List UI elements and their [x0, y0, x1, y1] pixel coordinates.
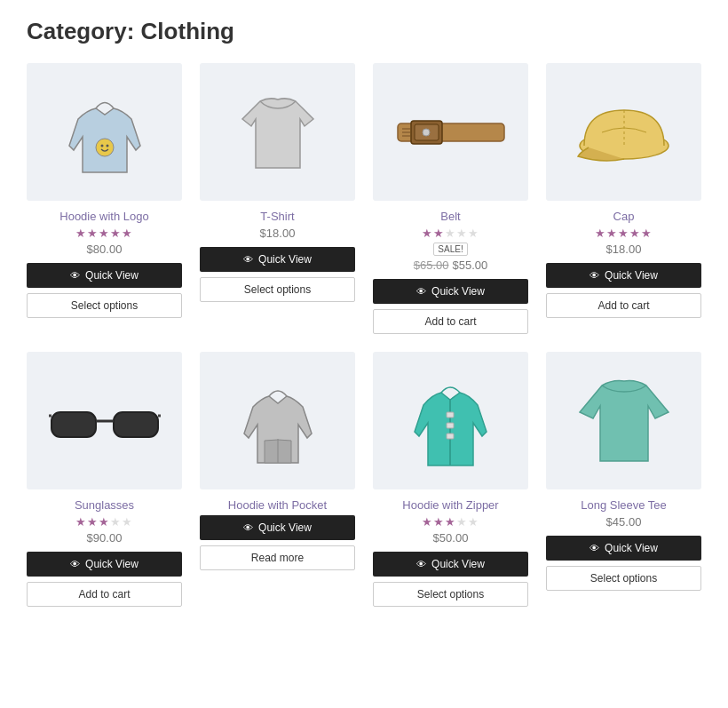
eye-icon [416, 558, 426, 570]
quick-view-button-hoodie-zipper[interactable]: Quick View [373, 552, 528, 577]
svg-point-2 [106, 144, 108, 147]
product-card-tshirt: T-Shirt$18.00Quick ViewSelect options [200, 63, 355, 334]
product-name-hoodie-pocket[interactable]: Hoodie with Pocket [228, 498, 327, 512]
product-name-tshirt[interactable]: T-Shirt [260, 210, 294, 223]
svg-rect-12 [51, 412, 96, 437]
quick-view-button-cap[interactable]: Quick View [546, 263, 701, 288]
product-card-sunglasses: Sunglasses★★★★★$90.00Quick ViewAdd to ca… [27, 352, 182, 607]
product-price-hoodie-zipper: $50.00 [433, 531, 469, 545]
eye-icon [243, 253, 253, 266]
cart-button-sunglasses[interactable]: Add to cart [27, 582, 182, 607]
quick-view-button-sunglasses[interactable]: Quick View [27, 552, 182, 577]
product-price-belt: $65.00$55.00 [414, 259, 488, 272]
product-card-long-sleeve-tee: Long Sleeve Tee$45.00Quick ViewSelect op… [546, 352, 701, 607]
product-name-belt[interactable]: Belt [440, 210, 460, 223]
eye-icon [70, 558, 80, 570]
product-image-tshirt [200, 63, 355, 201]
quick-view-button-hoodie-pocket[interactable]: Quick View [200, 515, 355, 540]
product-stars-cap: ★★★★★ [595, 227, 653, 240]
product-name-hoodie-zipper[interactable]: Hoodie with Zipper [402, 498, 498, 512]
quick-view-button-long-sleeve-tee[interactable]: Quick View [546, 536, 701, 561]
product-image-long-sleeve-tee [546, 352, 701, 489]
read-button-hoodie-pocket[interactable]: Read more [200, 545, 355, 570]
svg-point-0 [96, 139, 114, 156]
product-name-sunglasses[interactable]: Sunglasses [75, 498, 134, 512]
svg-rect-21 [447, 434, 454, 439]
product-grid: Hoodie with Logo★★★★★$80.00Quick ViewSel… [27, 63, 701, 607]
page-title: Category: Clothing [27, 18, 701, 45]
product-image-sunglasses [27, 352, 182, 489]
product-name-hoodie-logo[interactable]: Hoodie with Logo [59, 210, 148, 223]
product-name-cap[interactable]: Cap [613, 210, 635, 223]
svg-rect-20 [447, 423, 454, 428]
eye-icon [590, 542, 599, 554]
product-image-hoodie-zipper [373, 352, 528, 489]
product-stars-hoodie-logo: ★★★★★ [75, 227, 133, 240]
sale-badge-belt: SALE! [433, 243, 467, 256]
product-price-sunglasses: $90.00 [87, 531, 123, 545]
product-image-hoodie-logo [27, 63, 182, 201]
product-card-belt: Belt★★★★★SALE!$65.00$55.00Quick ViewAdd … [373, 63, 528, 334]
product-stars-hoodie-zipper: ★★★★★ [422, 515, 479, 529]
product-image-hoodie-pocket [200, 352, 355, 489]
cart-button-cap[interactable]: Add to cart [546, 293, 701, 318]
svg-point-6 [423, 129, 430, 136]
product-card-cap: Cap★★★★★$18.00Quick ViewAdd to cart [546, 63, 701, 334]
select-button-hoodie-logo[interactable]: Select options [27, 293, 182, 318]
select-button-tshirt[interactable]: Select options [200, 277, 355, 302]
svg-point-1 [100, 144, 103, 147]
svg-rect-13 [114, 412, 158, 437]
eye-icon [416, 285, 426, 298]
select-button-hoodie-zipper[interactable]: Select options [373, 582, 528, 607]
eye-icon [70, 269, 80, 282]
product-name-long-sleeve-tee[interactable]: Long Sleeve Tee [581, 498, 667, 512]
product-card-hoodie-pocket: Hoodie with PocketQuick ViewRead more [200, 352, 355, 607]
product-price-hoodie-logo: $80.00 [87, 243, 123, 256]
quick-view-button-belt[interactable]: Quick View [373, 279, 528, 304]
svg-rect-19 [447, 412, 454, 418]
product-stars-sunglasses: ★★★★★ [75, 515, 133, 529]
product-stars-belt: ★★★★★ [422, 227, 479, 240]
product-card-hoodie-zipper: Hoodie with Zipper★★★★★$50.00Quick ViewS… [373, 352, 528, 607]
product-image-cap [546, 63, 701, 201]
cart-button-belt[interactable]: Add to cart [373, 309, 528, 334]
eye-icon [243, 521, 253, 534]
quick-view-button-hoodie-logo[interactable]: Quick View [27, 263, 182, 288]
product-price-long-sleeve-tee: $45.00 [606, 515, 642, 529]
eye-icon [590, 269, 599, 282]
select-button-long-sleeve-tee[interactable]: Select options [546, 566, 701, 591]
product-image-belt [373, 63, 528, 201]
product-price-cap: $18.00 [606, 243, 642, 256]
product-card-hoodie-logo: Hoodie with Logo★★★★★$80.00Quick ViewSel… [27, 63, 182, 334]
quick-view-button-tshirt[interactable]: Quick View [200, 247, 355, 272]
product-price-tshirt: $18.00 [260, 227, 296, 240]
